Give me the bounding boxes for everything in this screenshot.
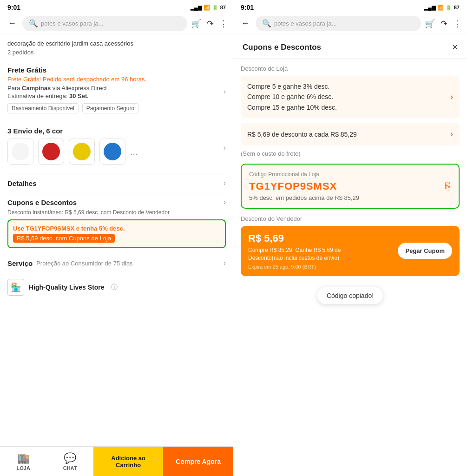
modal-close-button[interactable]: ×: [452, 42, 458, 53]
modal-content: Desconto de Loja Compre 5 e ganhe 3% des…: [233, 59, 467, 476]
share-icon[interactable]: ↷: [207, 19, 214, 29]
stacked-discount-chevron: ›: [450, 92, 453, 102]
coupon-line1: Use TG1YFOP9SMSX e tenha 5% desc.: [13, 225, 220, 232]
swatch-blue-inner: [104, 143, 121, 160]
discount-line-1: Compre 5 e ganhe 3% desc.: [247, 81, 337, 92]
right-battery-value: 87: [454, 5, 460, 10]
promo-code-box: Código Promocional da Loja TG1YFOP9SMSX …: [241, 164, 460, 209]
more-dots: ...: [130, 146, 138, 157]
left-search-box[interactable]: 🔍 potes e vasos para ja...: [22, 16, 187, 31]
right-share-icon[interactable]: ↷: [441, 19, 447, 29]
right-time: 9:01: [241, 4, 254, 11]
copy-icon[interactable]: ⎘: [445, 180, 451, 192]
single-discount-text: R$ 5,69 de desconto a cada R$ 85,29: [247, 131, 357, 138]
add-cart-line1: Adicione ao: [111, 455, 145, 462]
left-top-bar: ← 🔍 potes e vasos para ja... 🛒 ↷ ⋮: [0, 13, 233, 34]
frete-section[interactable]: Frete Grátis Frete Grátis! Pedido será d…: [7, 61, 226, 122]
vendor-discount-left: R$ 5,69 Compre R$ 85,29, Ganhe R$ 5,69 d…: [248, 232, 341, 270]
servico-left: Serviço Proteção ao Consumidor de 75 dia…: [7, 259, 133, 267]
right-panel: 9:01 ▂▄▆ 📶 🔋 87 ← 🔍 potes e vasos para j…: [233, 0, 467, 476]
swatch-yellow-inner: [73, 143, 91, 160]
store-row: 🏪 High-Quality Lives Store ⓘ: [7, 273, 226, 301]
cupons-label: Cupons e Descontos: [7, 198, 77, 206]
cupons-chevron: ›: [224, 198, 226, 206]
more-icon[interactable]: ⋮: [219, 19, 228, 29]
detalhes-chevron: ›: [224, 179, 226, 187]
servico-value: Proteção ao Consumidor de 75 dias: [36, 260, 132, 267]
frete-orange-text: Frete Grátis! Pedido será despachado em …: [7, 76, 146, 83]
battery-icon: 🔋: [212, 5, 218, 11]
servico-section[interactable]: Serviço Proteção ao Consumidor de 75 dia…: [7, 253, 226, 273]
coupon-line2: R$ 5,69 desc. com Cupons de Loja: [13, 234, 115, 243]
add-cart-line2: Carrinho: [116, 462, 141, 469]
left-status-bar: 9:01 ▂▄▆ 📶 🔋 87: [0, 0, 233, 13]
chat-icon: 💬: [64, 452, 76, 464]
swatch-blue[interactable]: [99, 139, 125, 165]
swatch-white[interactable]: [7, 139, 33, 165]
frete-content: Frete Grátis Frete Grátis! Pedido será d…: [7, 66, 146, 117]
single-discount-card[interactable]: R$ 5,69 de desconto a cada R$ 85,29 ›: [241, 123, 460, 145]
promo-desc: 5% desc. em pedidos acima de R$ 85,29: [249, 194, 451, 201]
right-search-box[interactable]: 🔍 potes e vasos para ja...: [256, 16, 421, 31]
left-content: decoração de escritório jardim casa aces…: [0, 34, 233, 446]
signal-icon: ▂▄▆: [191, 5, 202, 11]
right-status-icons: ▂▄▆ 📶 🔋 87: [424, 5, 460, 11]
swatch-yellow[interactable]: [69, 139, 95, 165]
battery-value: 87: [220, 5, 226, 10]
loja-nav-item[interactable]: 🏬 LOJA: [0, 447, 46, 476]
right-back-button[interactable]: ←: [239, 17, 252, 30]
discount-card-text: Compre 5 e ganhe 3% desc. Compre 10 e ga…: [247, 81, 337, 112]
orders-count: 2 pedidos: [7, 49, 226, 56]
loja-label: LOJA: [17, 465, 30, 471]
servico-label: Serviço: [7, 259, 33, 267]
campinas-text: Campinas: [22, 85, 51, 92]
right-top-bar: ← 🔍 potes e vasos para ja... 🛒 ↷ ⋮: [233, 13, 467, 34]
buy-now-label: Compre Agora: [176, 458, 221, 465]
color-swatches: ...: [7, 139, 138, 165]
envio-chevron: ›: [224, 144, 226, 152]
single-discount-chevron: ›: [450, 129, 453, 139]
store-icon: 🏪: [7, 279, 24, 296]
badge-row: Rastreamento Disponível Pagamento Seguro: [7, 103, 146, 113]
toast-message: Código copiado!: [317, 287, 383, 304]
frete-chevron: ›: [224, 87, 226, 96]
pegar-cupom-button[interactable]: Pegar Cupom: [398, 243, 452, 259]
vendor-discount-card: R$ 5,69 Compre R$ 85,29, Ganhe R$ 5,69 d…: [241, 226, 460, 276]
discount-line-2: Compre 10 e ganhe 6% desc.: [247, 92, 337, 102]
left-search-placeholder: potes e vasos para ja...: [41, 20, 103, 27]
detalhes-section[interactable]: Detalhes ›: [7, 173, 226, 193]
frete-label: Frete Grátis: [7, 66, 146, 74]
swatch-red-inner: [42, 143, 60, 160]
coupon-highlight-box: Use TG1YFOP9SMSX e tenha 5% desc. R$ 5,6…: [7, 219, 226, 248]
cart-icon[interactable]: 🛒: [191, 19, 201, 29]
desconto-loja-label: Desconto de Loja: [241, 65, 460, 72]
pagamento-badge: Pagamento Seguro: [82, 103, 138, 113]
envio-section[interactable]: 3 Envio de, 6 cor ...: [7, 122, 226, 173]
right-search-placeholder: potes e vasos para ja...: [274, 20, 336, 27]
right-more-icon[interactable]: ⋮: [453, 19, 461, 29]
chat-nav-item[interactable]: 💬 CHAT: [46, 447, 93, 476]
promo-code-row: TG1YFOP9SMSX ⎘: [249, 180, 451, 192]
chat-label: CHAT: [63, 465, 77, 471]
loja-icon: 🏬: [17, 452, 30, 464]
vendor-price: R$ 5,69: [248, 232, 341, 245]
promo-code-label: Código Promocional da Loja: [249, 171, 451, 178]
cupons-header[interactable]: Cupons e Descontos ›: [7, 198, 226, 206]
freight-note: (Sem o custo do frete): [241, 150, 460, 157]
toast-container: Código copiado!: [241, 284, 460, 308]
buy-now-button[interactable]: Compre Agora: [163, 447, 233, 476]
back-button[interactable]: ←: [6, 17, 19, 30]
stacked-discount-card[interactable]: Compre 5 e ganhe 3% desc. Compre 10 e ga…: [241, 76, 460, 118]
promo-code-value: TG1YFOP9SMSX: [249, 180, 337, 192]
add-to-cart-button[interactable]: Adicione ao Carrinho: [93, 447, 164, 476]
left-status-icons: ▂▄▆ 📶 🔋 87: [191, 5, 226, 11]
right-cart-icon[interactable]: 🛒: [425, 19, 435, 29]
servico-chevron: ›: [224, 259, 226, 267]
swatch-red[interactable]: [38, 139, 64, 165]
right-wifi-icon: 📶: [437, 5, 444, 11]
right-battery-icon: 🔋: [446, 5, 452, 11]
right-status-bar: 9:01 ▂▄▆ 📶 🔋 87: [233, 0, 467, 13]
bottom-nav: 🏬 LOJA 💬 CHAT Adicione ao Carrinho Compr…: [0, 446, 233, 476]
swatch-white-inner: [12, 143, 29, 160]
left-panel: 9:01 ▂▄▆ 📶 🔋 87 ← 🔍 potes e vasos para j…: [0, 0, 233, 476]
